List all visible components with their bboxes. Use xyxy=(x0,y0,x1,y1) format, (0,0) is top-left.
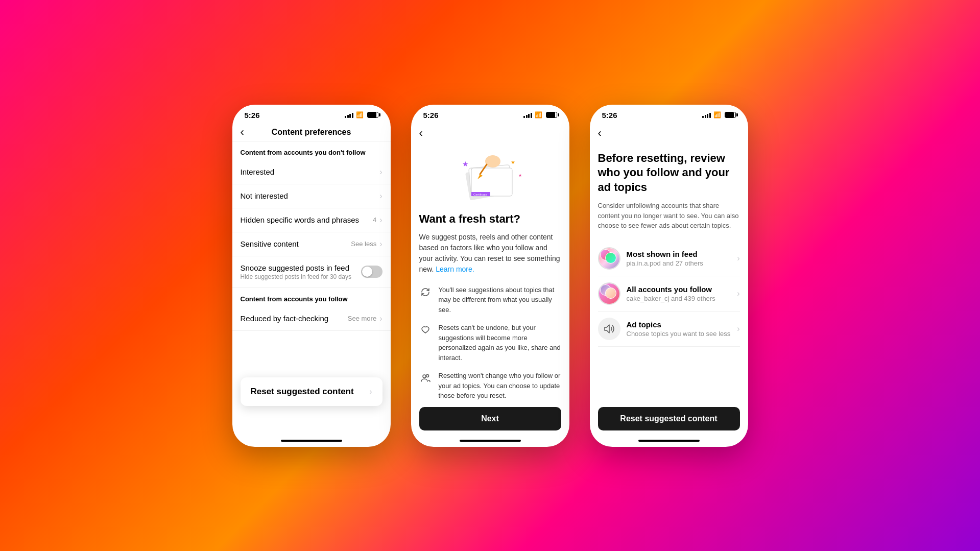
chevron-sensitive: › xyxy=(379,239,382,249)
feature-text-1: You'll see suggestions about topics that… xyxy=(439,285,561,315)
back-button-2[interactable]: ‹ xyxy=(419,127,423,139)
reset-popup-card: Reset suggested content › xyxy=(241,377,383,406)
reset-button[interactable]: Reset suggested content xyxy=(598,407,740,430)
review-item-all-accounts[interactable]: All accounts you follow cake_baker_cj an… xyxy=(598,276,740,312)
next-button[interactable]: Next xyxy=(419,407,561,430)
svg-rect-2 xyxy=(471,168,512,196)
back-button-3[interactable]: ‹ xyxy=(598,127,602,139)
signal-icon-1 xyxy=(345,112,353,118)
wifi-icon-2: 📶 xyxy=(535,111,542,118)
chevron-review-1: › xyxy=(737,254,739,263)
svg-point-10 xyxy=(423,375,426,378)
review-item-title-1: Most shown in feed xyxy=(627,250,737,258)
review-title: Before resetting, review who you follow … xyxy=(598,151,740,195)
learn-more-link[interactable]: Learn more. xyxy=(436,265,474,273)
list-item-snooze[interactable]: Snooze suggested posts in feed Hide sugg… xyxy=(232,256,391,288)
avatar-all-accounts xyxy=(598,282,620,305)
status-bar-3: 5:26 📶 xyxy=(590,105,748,124)
svg-text:★: ★ xyxy=(462,160,469,168)
status-icons-3: 📶 xyxy=(702,111,736,118)
list-item-fact-checking[interactable]: Reduced by fact-checking See more › xyxy=(232,307,391,331)
status-bar-1: 5:26 📶 xyxy=(232,105,391,124)
back-area-3: ‹ xyxy=(590,124,748,143)
signal-icon-2 xyxy=(523,112,532,118)
status-bar-2: 5:26 📶 xyxy=(411,105,569,124)
feature-item-3: Resetting won't change who you follow or… xyxy=(419,371,561,401)
feature-item-1: You'll see suggestions about topics that… xyxy=(419,285,561,315)
svg-text:★: ★ xyxy=(518,173,522,178)
list-item-hidden-words[interactable]: Hidden specific words and phrases 4 › xyxy=(232,208,391,232)
reset-popup-item[interactable]: Reset suggested content › xyxy=(241,377,383,406)
time-1: 5:26 xyxy=(245,111,260,119)
list-item-interested[interactable]: Interested › xyxy=(232,160,391,184)
battery-icon-2 xyxy=(546,112,557,118)
chevron-interested: › xyxy=(379,167,382,177)
list-item-not-interested[interactable]: Not interested › xyxy=(232,184,391,208)
section-header-2: Content from accounts you follow xyxy=(232,288,391,307)
review-item-title-3: Ad topics xyxy=(627,320,737,329)
list-item-right-fact: See more › xyxy=(348,314,383,323)
review-description: Consider unfollowing accounts that share… xyxy=(598,201,740,231)
people-icon xyxy=(419,372,432,384)
review-item-ad-topics[interactable]: Ad topics Choose topics you want to see … xyxy=(598,312,740,347)
feature-list: You'll see suggestions about topics that… xyxy=(419,285,561,402)
section-header-1: Content from accounts you don't follow xyxy=(232,141,391,160)
review-item-sub-3: Choose topics you want to see less xyxy=(627,330,737,338)
phone-2: 5:26 📶 ‹ ★ xyxy=(411,105,569,447)
list-item-sensitive[interactable]: Sensitive content See less › xyxy=(232,232,391,256)
home-indicator-2 xyxy=(460,440,521,442)
feature-text-2: Resets can't be undone, but your suggest… xyxy=(439,323,561,363)
review-item-sub-1: pia.in.a.pod and 27 others xyxy=(627,259,737,267)
chevron-not-interested: › xyxy=(379,191,382,201)
avatar-ad-topics xyxy=(598,318,620,340)
chevron-review-2: › xyxy=(737,289,739,298)
wifi-icon-3: 📶 xyxy=(713,111,721,118)
chevron-review-3: › xyxy=(737,324,739,333)
time-2: 5:26 xyxy=(423,111,439,119)
refresh-icon xyxy=(419,286,432,298)
fresh-start-title: Want a fresh start? xyxy=(419,212,561,226)
signal-icon-3 xyxy=(702,112,711,118)
megaphone-icon xyxy=(603,323,615,335)
chevron-popup: › xyxy=(369,387,372,396)
chevron-fact: › xyxy=(379,314,382,323)
fresh-start-description: We suggest posts, reels and other conten… xyxy=(419,232,561,275)
nav-bar-1: ‹ Content preferences xyxy=(232,124,391,141)
feature-item-2: Resets can't be undone, but your suggest… xyxy=(419,323,561,363)
phone-3: 5:26 📶 ‹ Before resetting, review who yo… xyxy=(590,105,748,447)
back-area-2: ‹ xyxy=(411,124,569,143)
avatar-most-shown xyxy=(598,247,620,270)
fresh-start-content: ★ ★ ★ Certificate Want a fresh start? We… xyxy=(411,143,569,402)
battery-icon-1 xyxy=(367,112,378,118)
snooze-toggle[interactable] xyxy=(361,266,383,278)
home-indicator-3 xyxy=(638,440,700,442)
feature-text-3: Resetting won't change who you follow or… xyxy=(439,371,561,401)
back-button-1[interactable]: ‹ xyxy=(241,127,244,138)
fresh-start-illustration: ★ ★ ★ Certificate xyxy=(449,151,531,202)
time-3: 5:26 xyxy=(602,111,617,119)
review-item-title-2: All accounts you follow xyxy=(627,285,737,294)
page-title-1: Content preferences xyxy=(272,128,351,137)
review-item-most-shown[interactable]: Most shown in feed pia.in.a.pod and 27 o… xyxy=(598,241,740,276)
review-item-sub-2: cake_baker_cj and 439 others xyxy=(627,295,737,302)
list-item-right-not-interested: › xyxy=(379,191,382,201)
svg-text:★: ★ xyxy=(511,159,515,165)
heart-icon xyxy=(419,324,432,336)
list-item-right-sensitive: See less › xyxy=(351,239,382,249)
svg-point-6 xyxy=(485,155,500,167)
wifi-icon-1: 📶 xyxy=(356,111,364,118)
phone-1: 5:26 📶 ‹ Content preferences Content fro… xyxy=(232,105,391,447)
chevron-hidden-words: › xyxy=(379,215,382,225)
illustration-svg: ★ ★ ★ Certificate xyxy=(452,151,529,202)
review-content: Before resetting, review who you follow … xyxy=(590,143,748,402)
home-indicator-1 xyxy=(281,440,342,442)
status-icons-2: 📶 xyxy=(523,111,557,118)
list-item-right-hidden-words: 4 › xyxy=(373,215,383,225)
list-item-right-interested: › xyxy=(379,167,382,177)
svg-text:Certificate: Certificate xyxy=(473,193,488,196)
battery-icon-3 xyxy=(725,112,736,118)
svg-point-11 xyxy=(426,375,428,377)
status-icons-1: 📶 xyxy=(345,111,378,118)
